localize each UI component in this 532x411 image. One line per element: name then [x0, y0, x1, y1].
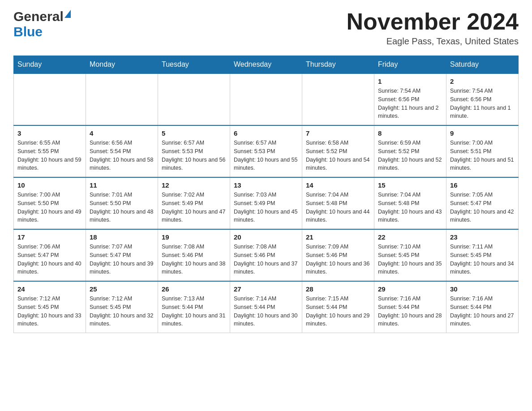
title-block: November 2024 Eagle Pass, Texas, United …: [347, 9, 519, 47]
calendar-cell: 9Sunrise: 7:00 AM Sunset: 5:51 PM Daylig…: [446, 125, 519, 177]
day-info: Sunrise: 6:56 AM Sunset: 5:54 PM Dayligh…: [90, 139, 154, 172]
logo-general-text: General: [13, 9, 64, 24]
weekday-header-friday: Friday: [374, 56, 446, 74]
calendar-cell: 14Sunrise: 7:04 AM Sunset: 5:48 PM Dayli…: [302, 177, 374, 229]
calendar-cell: 21Sunrise: 7:09 AM Sunset: 5:46 PM Dayli…: [302, 229, 374, 281]
calendar-cell: 26Sunrise: 7:13 AM Sunset: 5:44 PM Dayli…: [158, 281, 230, 333]
day-number: 6: [234, 129, 298, 137]
day-number: 17: [17, 233, 82, 241]
day-number: 26: [162, 285, 226, 293]
logo: General Blue: [13, 9, 71, 39]
day-info: Sunrise: 7:08 AM Sunset: 5:46 PM Dayligh…: [162, 243, 226, 276]
day-number: 21: [306, 233, 370, 241]
day-info: Sunrise: 6:59 AM Sunset: 5:52 PM Dayligh…: [378, 139, 442, 172]
weekday-header-sunday: Sunday: [14, 56, 86, 74]
day-info: Sunrise: 7:16 AM Sunset: 5:44 PM Dayligh…: [378, 295, 442, 328]
calendar-cell: [86, 73, 158, 125]
day-info: Sunrise: 7:01 AM Sunset: 5:50 PM Dayligh…: [90, 191, 154, 224]
day-number: 23: [450, 233, 515, 241]
day-info: Sunrise: 7:02 AM Sunset: 5:49 PM Dayligh…: [162, 191, 226, 224]
logo-blue-text: Blue: [13, 24, 43, 39]
calendar-cell: 2Sunrise: 7:54 AM Sunset: 6:56 PM Daylig…: [446, 73, 519, 125]
calendar-cell: 8Sunrise: 6:59 AM Sunset: 5:52 PM Daylig…: [374, 125, 446, 177]
calendar-week-2: 3Sunrise: 6:55 AM Sunset: 5:55 PM Daylig…: [14, 125, 519, 177]
calendar-cell: 17Sunrise: 7:06 AM Sunset: 5:47 PM Dayli…: [14, 229, 86, 281]
calendar-cell: 22Sunrise: 7:10 AM Sunset: 5:45 PM Dayli…: [374, 229, 446, 281]
page-header: General Blue November 2024 Eagle Pass, T…: [13, 9, 519, 47]
calendar-cell: 4Sunrise: 6:56 AM Sunset: 5:54 PM Daylig…: [86, 125, 158, 177]
day-number: 14: [306, 181, 370, 189]
day-number: 29: [378, 285, 442, 293]
calendar-week-4: 17Sunrise: 7:06 AM Sunset: 5:47 PM Dayli…: [14, 229, 519, 281]
day-info: Sunrise: 6:55 AM Sunset: 5:55 PM Dayligh…: [17, 139, 82, 172]
calendar-cell: 28Sunrise: 7:15 AM Sunset: 5:44 PM Dayli…: [302, 281, 374, 333]
calendar-cell: 16Sunrise: 7:05 AM Sunset: 5:47 PM Dayli…: [446, 177, 519, 229]
weekday-header-monday: Monday: [86, 56, 158, 74]
day-info: Sunrise: 7:04 AM Sunset: 5:48 PM Dayligh…: [378, 191, 442, 224]
day-number: 20: [234, 233, 298, 241]
calendar-table: SundayMondayTuesdayWednesdayThursdayFrid…: [13, 56, 519, 333]
day-number: 19: [162, 233, 226, 241]
day-number: 22: [378, 233, 442, 241]
calendar-cell: 12Sunrise: 7:02 AM Sunset: 5:49 PM Dayli…: [158, 177, 230, 229]
calendar-cell: 18Sunrise: 7:07 AM Sunset: 5:47 PM Dayli…: [86, 229, 158, 281]
calendar-cell: 23Sunrise: 7:11 AM Sunset: 5:45 PM Dayli…: [446, 229, 519, 281]
day-info: Sunrise: 7:10 AM Sunset: 5:45 PM Dayligh…: [378, 243, 442, 276]
day-info: Sunrise: 6:57 AM Sunset: 5:53 PM Dayligh…: [234, 139, 298, 172]
day-number: 7: [306, 129, 370, 137]
calendar-cell: 6Sunrise: 6:57 AM Sunset: 5:53 PM Daylig…: [230, 125, 302, 177]
calendar-cell: 3Sunrise: 6:55 AM Sunset: 5:55 PM Daylig…: [14, 125, 86, 177]
day-info: Sunrise: 7:00 AM Sunset: 5:51 PM Dayligh…: [450, 139, 515, 172]
calendar-cell: [302, 73, 374, 125]
day-number: 13: [234, 181, 298, 189]
day-info: Sunrise: 7:07 AM Sunset: 5:47 PM Dayligh…: [90, 243, 154, 276]
day-info: Sunrise: 7:09 AM Sunset: 5:46 PM Dayligh…: [306, 243, 370, 276]
weekday-header-row: SundayMondayTuesdayWednesdayThursdayFrid…: [14, 56, 519, 74]
calendar-cell: 19Sunrise: 7:08 AM Sunset: 5:46 PM Dayli…: [158, 229, 230, 281]
calendar-week-3: 10Sunrise: 7:00 AM Sunset: 5:50 PM Dayli…: [14, 177, 519, 229]
calendar-cell: 10Sunrise: 7:00 AM Sunset: 5:50 PM Dayli…: [14, 177, 86, 229]
day-info: Sunrise: 7:03 AM Sunset: 5:49 PM Dayligh…: [234, 191, 298, 224]
calendar-cell: 29Sunrise: 7:16 AM Sunset: 5:44 PM Dayli…: [374, 281, 446, 333]
weekday-header-thursday: Thursday: [302, 56, 374, 74]
day-info: Sunrise: 7:11 AM Sunset: 5:45 PM Dayligh…: [450, 243, 515, 276]
day-number: 3: [17, 129, 82, 137]
day-info: Sunrise: 7:00 AM Sunset: 5:50 PM Dayligh…: [17, 191, 82, 224]
calendar-cell: 1Sunrise: 7:54 AM Sunset: 6:56 PM Daylig…: [374, 73, 446, 125]
day-info: Sunrise: 6:57 AM Sunset: 5:53 PM Dayligh…: [162, 139, 226, 172]
day-number: 18: [90, 233, 154, 241]
calendar-week-1: 1Sunrise: 7:54 AM Sunset: 6:56 PM Daylig…: [14, 73, 519, 125]
calendar-cell: 13Sunrise: 7:03 AM Sunset: 5:49 PM Dayli…: [230, 177, 302, 229]
day-number: 11: [90, 181, 154, 189]
day-number: 12: [162, 181, 226, 189]
day-number: 9: [450, 129, 515, 137]
day-number: 2: [450, 77, 515, 85]
day-info: Sunrise: 7:13 AM Sunset: 5:44 PM Dayligh…: [162, 295, 226, 328]
day-info: Sunrise: 7:15 AM Sunset: 5:44 PM Dayligh…: [306, 295, 370, 328]
calendar-cell: 5Sunrise: 6:57 AM Sunset: 5:53 PM Daylig…: [158, 125, 230, 177]
calendar-cell: [14, 73, 86, 125]
weekday-header-saturday: Saturday: [446, 56, 519, 74]
day-info: Sunrise: 7:12 AM Sunset: 5:45 PM Dayligh…: [17, 295, 82, 328]
location-title: Eagle Pass, Texas, United States: [347, 36, 519, 47]
month-title: November 2024: [347, 9, 519, 34]
calendar-week-5: 24Sunrise: 7:12 AM Sunset: 5:45 PM Dayli…: [14, 281, 519, 333]
day-info: Sunrise: 7:14 AM Sunset: 5:44 PM Dayligh…: [234, 295, 298, 328]
day-info: Sunrise: 7:04 AM Sunset: 5:48 PM Dayligh…: [306, 191, 370, 224]
day-number: 4: [90, 129, 154, 137]
calendar-cell: 25Sunrise: 7:12 AM Sunset: 5:45 PM Dayli…: [86, 281, 158, 333]
day-number: 27: [234, 285, 298, 293]
day-info: Sunrise: 7:05 AM Sunset: 5:47 PM Dayligh…: [450, 191, 515, 224]
day-number: 25: [90, 285, 154, 293]
day-number: 28: [306, 285, 370, 293]
day-info: Sunrise: 6:58 AM Sunset: 5:52 PM Dayligh…: [306, 139, 370, 172]
calendar-cell: 11Sunrise: 7:01 AM Sunset: 5:50 PM Dayli…: [86, 177, 158, 229]
calendar-cell: 15Sunrise: 7:04 AM Sunset: 5:48 PM Dayli…: [374, 177, 446, 229]
day-info: Sunrise: 7:54 AM Sunset: 6:56 PM Dayligh…: [450, 87, 515, 120]
day-info: Sunrise: 7:12 AM Sunset: 5:45 PM Dayligh…: [90, 295, 154, 328]
day-info: Sunrise: 7:06 AM Sunset: 5:47 PM Dayligh…: [17, 243, 82, 276]
day-number: 10: [17, 181, 82, 189]
calendar-cell: [158, 73, 230, 125]
calendar-cell: 7Sunrise: 6:58 AM Sunset: 5:52 PM Daylig…: [302, 125, 374, 177]
calendar-cell: 27Sunrise: 7:14 AM Sunset: 5:44 PM Dayli…: [230, 281, 302, 333]
